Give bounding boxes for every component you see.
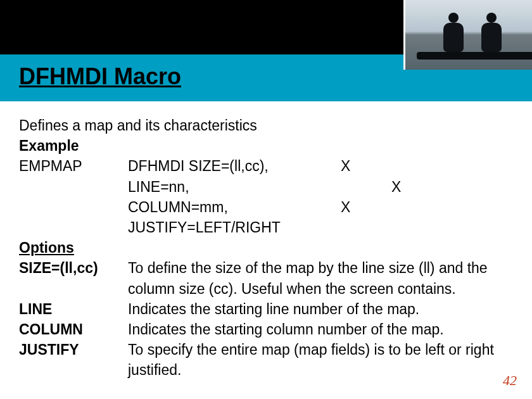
option-name: COLUMN bbox=[19, 319, 128, 339]
slide-title: DFHMDI Macro bbox=[19, 63, 181, 90]
option-row: JUSTIFY To specify the entire map (map f… bbox=[19, 339, 519, 380]
rower-silhouette bbox=[443, 23, 464, 52]
example-label: Example bbox=[19, 136, 519, 156]
option-desc: Indicates the starting line number of th… bbox=[128, 299, 519, 319]
macro-code-line: COLUMN=mm, bbox=[128, 197, 341, 217]
boat-silhouette bbox=[417, 52, 532, 60]
page-number: 42 bbox=[503, 372, 517, 389]
cont-col1 bbox=[341, 217, 391, 238]
intro-line: Defines a map and its characteristics bbox=[19, 115, 519, 136]
option-name: SIZE=(ll,cc) bbox=[19, 258, 128, 278]
cont-col1: X bbox=[341, 197, 391, 217]
macro-code-line: JUSTIFY=LEFT/RIGHT bbox=[128, 217, 341, 238]
option-name: JUSTIFY bbox=[19, 339, 128, 360]
option-row: SIZE=(ll,cc) To define the size of the m… bbox=[19, 258, 519, 298]
option-row: COLUMN Indicates the starting column num… bbox=[19, 319, 519, 339]
slide: DFHMDI Macro Defines a map and its chara… bbox=[0, 0, 532, 399]
option-desc: Indicates the starting column number of … bbox=[128, 319, 519, 339]
cont-col2 bbox=[391, 197, 442, 217]
cont-col2: X bbox=[391, 177, 442, 197]
cont-col1: X bbox=[341, 156, 391, 176]
options-heading: Options bbox=[19, 238, 519, 258]
slide-content: Defines a map and its characteristics Ex… bbox=[19, 115, 519, 380]
cont-col1 bbox=[341, 177, 391, 197]
rower-silhouette bbox=[481, 23, 502, 52]
option-desc: To specify the entire map (map fields) i… bbox=[128, 339, 519, 380]
option-desc: To define the size of the map by the lin… bbox=[128, 258, 519, 298]
cont-col2 bbox=[391, 156, 442, 176]
cont-col2 bbox=[391, 217, 442, 238]
macro-code-line: LINE=nn, bbox=[128, 177, 341, 197]
macro-code-block: EMPMAP DFHMDI SIZE=(ll,cc), X LINE=nn, X… bbox=[19, 156, 519, 238]
hero-image bbox=[403, 0, 532, 70]
macro-code-line: DFHMDI SIZE=(ll,cc), bbox=[128, 156, 341, 176]
option-row: LINE Indicates the starting line number … bbox=[19, 299, 519, 319]
macro-name: EMPMAP bbox=[19, 156, 128, 176]
option-name: LINE bbox=[19, 299, 128, 319]
